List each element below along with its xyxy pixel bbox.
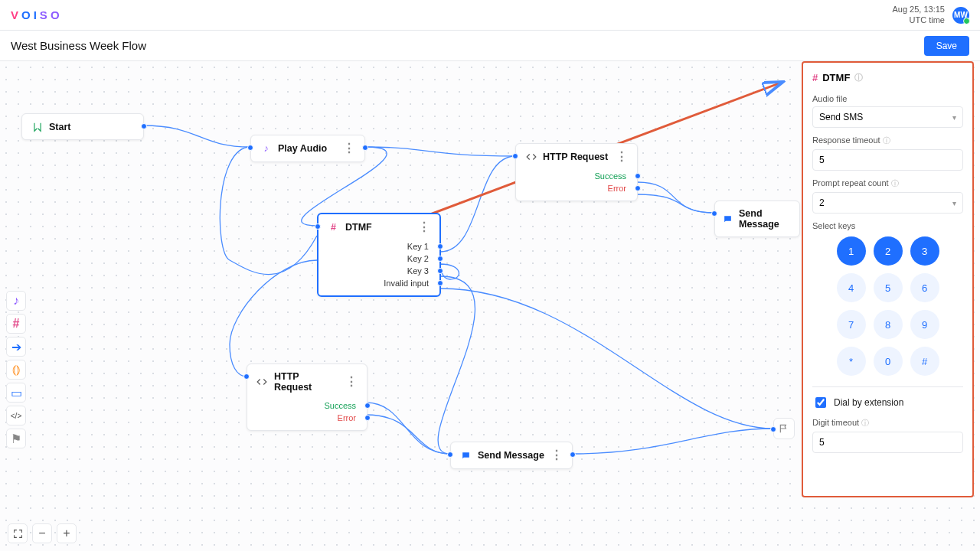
node-dtmf[interactable]: # DTMF ⋮ Key 1 Key 2 Key 3 Invalid input	[317, 213, 441, 297]
keypad-key-0[interactable]: 0	[874, 347, 903, 376]
tool-end[interactable]: ⚑	[6, 429, 26, 448]
output-key-3: Key 3	[318, 265, 439, 277]
divider	[812, 386, 963, 387]
tool-http[interactable]: </>	[6, 406, 26, 425]
keypad-key-3[interactable]: 3	[910, 236, 939, 266]
keypad-key-1[interactable]: 1	[837, 236, 866, 266]
node-label: HTTP Request	[274, 371, 339, 393]
flow-canvas[interactable]: Start ♪ Play Audio ⋮ HTTP Request ⋮ Succ…	[0, 61, 980, 551]
node-menu-icon[interactable]: ⋮	[550, 449, 563, 461]
input-port[interactable]	[243, 373, 250, 380]
dial-extension-checkbox[interactable]: Dial by extension	[812, 395, 963, 410]
input-port[interactable]	[247, 145, 253, 151]
audio-file-select[interactable]: Send SMS▾	[812, 106, 963, 128]
hash-icon: #	[13, 317, 20, 331]
node-http-request-2[interactable]: HTTP Request ⋮ Success Error	[247, 364, 368, 431]
info-icon[interactable]: ⓘ	[883, 136, 890, 145]
repeat-count-label: Prompt repeat countⓘ	[812, 178, 963, 189]
node-menu-icon[interactable]: ⋮	[418, 221, 430, 233]
output-error: Error	[247, 412, 367, 424]
fullscreen-icon	[13, 529, 23, 539]
digit-timeout-label: Digit timeoutⓘ	[812, 418, 963, 429]
music-icon: ♪	[260, 143, 272, 155]
voice-icon: ⦅⦆	[12, 363, 20, 377]
tool-dtmf[interactable]: #	[6, 314, 26, 334]
avatar[interactable]: MW	[952, 7, 969, 24]
audio-file-label: Audio file	[812, 94, 963, 103]
zoom-in-button[interactable]: +	[57, 523, 77, 543]
keypad-key-5[interactable]: 5	[874, 273, 903, 302]
music-icon: ♪	[13, 294, 19, 308]
output-port[interactable]	[570, 452, 576, 458]
zoom-controls: − +	[8, 523, 77, 543]
flag-icon	[779, 423, 789, 434]
tool-voice[interactable]: ⦅⦆	[6, 360, 26, 380]
chevron-down-icon: ▾	[952, 113, 956, 122]
digit-timeout-input[interactable]	[812, 432, 963, 453]
output-success: Success	[516, 170, 637, 182]
node-send-message-1[interactable]: Send Message	[714, 201, 800, 237]
tool-message[interactable]: ▭	[6, 383, 26, 403]
info-icon[interactable]: ⓘ	[854, 72, 863, 83]
input-port[interactable]	[447, 452, 453, 458]
zoom-out-button[interactable]: −	[32, 523, 52, 543]
node-menu-icon[interactable]: ⋮	[345, 376, 358, 388]
response-timeout-input[interactable]	[812, 149, 963, 171]
node-start[interactable]: Start	[21, 113, 144, 140]
keypad-key-4[interactable]: 4	[837, 273, 866, 302]
node-end[interactable]	[773, 418, 795, 439]
input-port[interactable]	[711, 210, 717, 217]
tool-play-audio[interactable]: ♪	[6, 291, 26, 311]
node-label: Start	[49, 122, 70, 132]
input-port[interactable]	[315, 223, 321, 230]
node-label: DTMF	[345, 222, 372, 233]
code-icon: </>	[11, 412, 21, 420]
output-port[interactable]	[141, 123, 147, 129]
output-key-2: Key 2	[318, 253, 439, 265]
output-key-1: Key 1	[318, 240, 439, 253]
hash-icon: #	[812, 72, 818, 83]
response-timeout-label: Response timeoutⓘ	[812, 135, 963, 146]
node-http-request-1[interactable]: HTTP Request ⋮ Success Error	[515, 143, 638, 201]
keypad-key-9[interactable]: 9	[910, 310, 939, 339]
keypad-key-6[interactable]: 6	[910, 273, 939, 302]
input-port[interactable]	[770, 426, 776, 432]
node-toolbar: ♪ # ➔ ⦅⦆ ▭ </> ⚑	[6, 291, 26, 448]
repeat-count-select[interactable]: 2▾	[812, 192, 963, 214]
output-port[interactable]	[362, 145, 368, 151]
panel-title: # DTMF ⓘ	[812, 72, 963, 83]
node-send-message-2[interactable]: Send Message ⋮	[450, 442, 573, 469]
node-label: Send Message	[739, 208, 792, 230]
node-menu-icon[interactable]: ⋮	[616, 151, 628, 163]
node-label: Play Audio	[278, 143, 327, 154]
node-label: HTTP Request	[543, 152, 608, 162]
output-invalid: Invalid input	[318, 277, 439, 289]
keypad-key-7[interactable]: 7	[837, 310, 866, 339]
app-logo: VOISO	[11, 8, 63, 21]
input-port[interactable]	[512, 153, 518, 159]
info-icon[interactable]: ⓘ	[891, 179, 899, 187]
flag-icon: ⚑	[11, 432, 21, 446]
code-icon	[525, 152, 537, 163]
output-error: Error	[516, 182, 637, 194]
keypad-key-8[interactable]: 8	[874, 310, 903, 339]
info-icon[interactable]: ⓘ	[861, 419, 869, 427]
keypad-key-#[interactable]: #	[910, 347, 939, 376]
timestamp: Aug 25, 13:15 UTC time	[892, 5, 945, 26]
properties-panel: # DTMF ⓘ Audio file Send SMS▾ Response t…	[802, 61, 974, 497]
hash-icon: #	[328, 222, 339, 233]
node-menu-icon[interactable]: ⋮	[343, 142, 355, 155]
fullscreen-button[interactable]	[8, 523, 28, 543]
save-button[interactable]: Save	[924, 36, 969, 56]
keypad-key-2[interactable]: 2	[874, 236, 903, 266]
message-icon	[723, 214, 733, 225]
tool-route[interactable]: ➔	[6, 337, 26, 357]
message-icon: ▭	[11, 386, 22, 400]
chevron-down-icon: ▾	[952, 199, 956, 207]
keypad-key-*[interactable]: *	[837, 347, 866, 376]
keypad: 123456789*0#	[812, 236, 963, 376]
node-play-audio[interactable]: ♪ Play Audio ⋮	[250, 135, 365, 162]
page-title: West Business Week Flow	[11, 39, 146, 52]
code-icon	[256, 377, 268, 388]
output-success: Success	[247, 399, 367, 412]
